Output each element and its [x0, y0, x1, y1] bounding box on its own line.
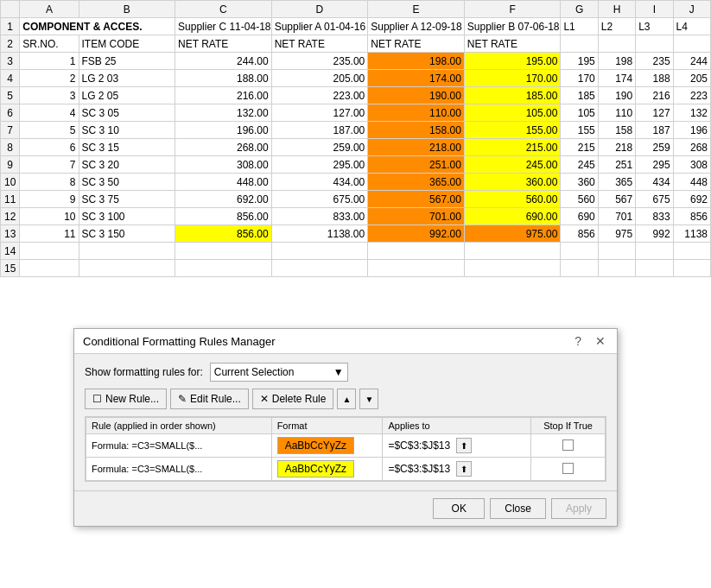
cell-g7[interactable]: 155: [561, 122, 598, 139]
cell-b13[interactable]: SC 3 150: [79, 225, 175, 243]
cell-d11[interactable]: 675.00: [271, 191, 368, 208]
cell-f11[interactable]: 560.00: [464, 191, 561, 208]
col-header-a[interactable]: A: [20, 1, 79, 18]
cell-i7[interactable]: 187: [636, 122, 673, 139]
cell-d4[interactable]: 205.00: [271, 70, 368, 87]
cell-j12[interactable]: 856: [673, 208, 710, 225]
cell-b9[interactable]: SC 3 20: [79, 156, 175, 174]
cell-e2[interactable]: NET RATE: [368, 35, 465, 53]
cell-a3[interactable]: 1: [20, 53, 79, 70]
cell-h7[interactable]: 158: [598, 122, 635, 139]
cell-a9[interactable]: 7: [20, 156, 79, 174]
cell-d6[interactable]: 127.00: [271, 104, 368, 122]
cell-g10[interactable]: 360: [561, 174, 598, 191]
cell-h3[interactable]: 198: [598, 53, 635, 70]
dialog-help-button[interactable]: ?: [572, 334, 584, 348]
cell-c10[interactable]: 448.00: [175, 174, 272, 191]
cell-h9[interactable]: 251: [598, 156, 635, 174]
edit-rule-button[interactable]: ✎ Edit Rule...: [170, 389, 249, 409]
cell-f13[interactable]: 975.00: [464, 225, 561, 243]
cell-a14[interactable]: [20, 243, 79, 260]
dialog-close-button[interactable]: ✕: [593, 334, 608, 348]
cell-d2[interactable]: NET RATE: [271, 35, 368, 53]
cell-e7[interactable]: 158.00: [368, 122, 465, 139]
cell-b7[interactable]: SC 3 10: [79, 122, 175, 139]
move-up-button[interactable]: ▲: [337, 389, 356, 409]
cell-j10[interactable]: 448: [673, 174, 710, 191]
cell-b6[interactable]: SC 3 05: [79, 104, 175, 122]
new-rule-button[interactable]: ☐ New Rule...: [85, 389, 167, 409]
cell-c1[interactable]: Supplier C 11-04-18: [175, 18, 272, 35]
col-header-c[interactable]: C: [175, 1, 272, 18]
cell-g13[interactable]: 856: [561, 225, 598, 243]
cell-j7[interactable]: 196: [673, 122, 710, 139]
cell-i2[interactable]: [636, 35, 673, 53]
col-header-j[interactable]: J: [673, 1, 710, 18]
cell-b5[interactable]: LG 2 05: [79, 87, 175, 104]
cell-c7[interactable]: 196.00: [175, 122, 272, 139]
cell-g5[interactable]: 185: [561, 87, 598, 104]
cell-a12[interactable]: 10: [20, 208, 79, 225]
cell-e3[interactable]: 198.00: [368, 53, 465, 70]
cell-c8[interactable]: 268.00: [175, 139, 272, 156]
cell-a1[interactable]: COMPONENT & ACCES.: [20, 18, 175, 35]
cell-f7[interactable]: 155.00: [464, 122, 561, 139]
cell-i6[interactable]: 127: [636, 104, 673, 122]
cell-j3[interactable]: 244: [673, 53, 710, 70]
cell-b4[interactable]: LG 2 03: [79, 70, 175, 87]
cell-e8[interactable]: 218.00: [368, 139, 465, 156]
cell-j4[interactable]: 205: [673, 70, 710, 87]
stop-checkbox-2[interactable]: [562, 463, 574, 474]
cell-g3[interactable]: 195: [561, 53, 598, 70]
ok-button[interactable]: OK: [433, 498, 485, 519]
col-header-d[interactable]: D: [271, 1, 368, 18]
cell-i4[interactable]: 188: [636, 70, 673, 87]
cell-j11[interactable]: 692: [673, 191, 710, 208]
cell-c5[interactable]: 216.00: [175, 87, 272, 104]
cell-i8[interactable]: 259: [636, 139, 673, 156]
rule-row-1[interactable]: Formula: =C3=SMALL($... AaBbCcYyZz =$C$3…: [86, 434, 606, 458]
cell-a10[interactable]: 8: [20, 174, 79, 191]
delete-rule-button[interactable]: ✕ Delete Rule: [252, 389, 334, 409]
cell-i1[interactable]: L3: [636, 18, 673, 35]
cell-a4[interactable]: 2: [20, 70, 79, 87]
cell-a6[interactable]: 4: [20, 104, 79, 122]
cell-h11[interactable]: 567: [598, 191, 635, 208]
cell-e11[interactable]: 567.00: [368, 191, 465, 208]
cell-h1[interactable]: L2: [598, 18, 635, 35]
cell-i9[interactable]: 295: [636, 156, 673, 174]
cell-i5[interactable]: 216: [636, 87, 673, 104]
cell-e4[interactable]: 174.00: [368, 70, 465, 87]
cell-a2[interactable]: SR.NO.: [20, 35, 79, 53]
cell-d5[interactable]: 223.00: [271, 87, 368, 104]
applies-picker-2[interactable]: ⬆: [456, 461, 472, 477]
col-header-g[interactable]: G: [561, 1, 598, 18]
cell-e12[interactable]: 701.00: [368, 208, 465, 225]
cell-c2[interactable]: NET RATE: [175, 35, 272, 53]
cell-i12[interactable]: 833: [636, 208, 673, 225]
cell-h10[interactable]: 365: [598, 174, 635, 191]
cell-c9[interactable]: 308.00: [175, 156, 272, 174]
cell-d9[interactable]: 295.00: [271, 156, 368, 174]
cell-f2[interactable]: NET RATE: [464, 35, 561, 53]
cell-i10[interactable]: 434: [636, 174, 673, 191]
cell-d12[interactable]: 833.00: [271, 208, 368, 225]
cell-c12[interactable]: 856.00: [175, 208, 272, 225]
col-header-f[interactable]: F: [464, 1, 561, 18]
cell-f9[interactable]: 245.00: [464, 156, 561, 174]
cell-a13[interactable]: 11: [20, 225, 79, 243]
cell-g11[interactable]: 560: [561, 191, 598, 208]
cell-j5[interactable]: 223: [673, 87, 710, 104]
cell-d8[interactable]: 259.00: [271, 139, 368, 156]
cell-g1[interactable]: L1: [561, 18, 598, 35]
cell-g4[interactable]: 170: [561, 70, 598, 87]
cell-h5[interactable]: 190: [598, 87, 635, 104]
cell-f6[interactable]: 105.00: [464, 104, 561, 122]
col-header-i[interactable]: I: [636, 1, 673, 18]
cell-j2[interactable]: [673, 35, 710, 53]
cell-g6[interactable]: 105: [561, 104, 598, 122]
cell-h6[interactable]: 110: [598, 104, 635, 122]
cell-j9[interactable]: 308: [673, 156, 710, 174]
cell-c6[interactable]: 132.00: [175, 104, 272, 122]
cell-j13[interactable]: 1138: [673, 225, 710, 243]
